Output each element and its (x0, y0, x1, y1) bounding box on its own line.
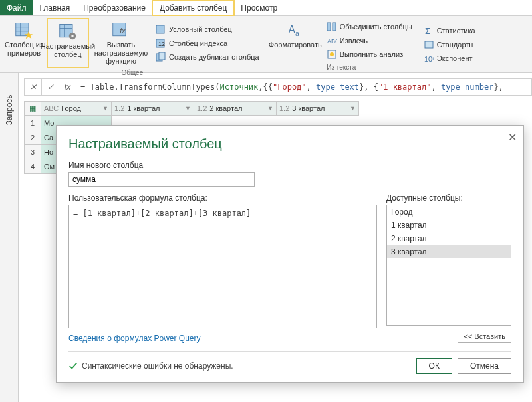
fx-icon[interactable]: fx (59, 79, 76, 95)
index-icon: 12 (156, 38, 166, 49)
row-number[interactable]: 3 (24, 145, 41, 159)
exponent-button[interactable]: 10ⁿЭкспонент (421, 52, 478, 65)
column-header-q3[interactable]: 1.23 квартал▼ (277, 101, 359, 116)
chevron-down-icon[interactable]: ▼ (102, 105, 108, 112)
formula-label: Пользовательская формула столбца: (68, 193, 377, 203)
chevron-down-icon[interactable]: ▼ (267, 105, 273, 112)
standard-icon (424, 39, 434, 50)
format-button[interactable]: Aa Форматировать (268, 18, 323, 63)
ok-button[interactable]: ОК (416, 358, 452, 374)
svg-text:fx: fx (120, 27, 126, 35)
chevron-down-icon[interactable]: ▼ (185, 105, 191, 112)
conditional-icon (156, 24, 166, 35)
list-item[interactable]: 1 квартал (387, 219, 511, 232)
svg-text:10ⁿ: 10ⁿ (424, 55, 434, 63)
list-item[interactable]: 2 квартал (387, 232, 511, 245)
formula-bar: ✕ ✓ fx = Table.TransformColumnTypes(Исто… (24, 78, 532, 96)
statistics-button[interactable]: ΣСтатистика (421, 24, 478, 37)
cancel-button[interactable]: Отмена (458, 358, 511, 374)
svg-text:ABC: ABC (327, 38, 337, 45)
svg-text:12: 12 (158, 41, 165, 47)
row-number[interactable]: 4 (24, 159, 41, 174)
formula-cancel-icon[interactable]: ✕ (25, 79, 42, 95)
svg-point-23 (330, 52, 334, 56)
extract-icon: ABC (327, 35, 337, 46)
column-from-examples-button[interactable]: Столбец из примеров (3, 18, 45, 68)
group-general-label: Общее (121, 68, 143, 76)
merge-columns-button[interactable]: Объединить столбцы (324, 20, 415, 33)
row-number[interactable]: 2 (24, 130, 41, 145)
table-fx-icon: fx (112, 21, 130, 39)
column-name-input[interactable] (68, 172, 255, 187)
invoke-custom-function-button[interactable]: fx Вызвать настраиваемую функцию (90, 18, 152, 68)
standard-button[interactable]: Стандартн (421, 38, 478, 51)
check-icon (68, 361, 78, 371)
svg-point-9 (71, 35, 74, 37)
tab-transform[interactable]: Преобразование (76, 0, 152, 15)
custom-column-dialog: ✕ Настраиваемый столбец Имя нового столб… (56, 125, 524, 383)
formula-text[interactable]: = Table.TransformColumnTypes(Источник,{{… (76, 82, 531, 92)
available-columns-list: Город 1 квартал 2 квартал 3 квартал (386, 205, 511, 326)
button-label: Настраиваемый столбец (41, 42, 96, 58)
learn-more-link[interactable]: Сведения о формулах Power Query (68, 334, 377, 343)
sigma-icon: Σ (424, 25, 434, 36)
analyze-button[interactable]: Выполнить анализ (324, 48, 415, 61)
format-icon: Aa (286, 21, 305, 39)
exponent-icon: 10ⁿ (424, 53, 434, 64)
index-column-button[interactable]: 12Столбец индекса (153, 37, 262, 50)
column-header-q2[interactable]: 1.22 квартал▼ (194, 101, 277, 116)
dialog-title: Настраиваемый столбец (68, 136, 511, 151)
tab-add-column[interactable]: Добавить столбец (152, 0, 234, 15)
chevron-down-icon[interactable]: ▼ (350, 105, 356, 112)
svg-text:Σ: Σ (425, 26, 430, 36)
row-number[interactable]: 1 (24, 116, 41, 130)
conditional-column-button[interactable]: Условный столбец (153, 23, 262, 36)
tab-file[interactable]: Файл (0, 0, 33, 15)
table-gear-icon (59, 22, 77, 41)
table-star-icon (15, 21, 33, 39)
extract-button[interactable]: ABCИзвлечь (324, 34, 415, 47)
formula-accept-icon[interactable]: ✓ (42, 79, 59, 95)
tab-home[interactable]: Главная (33, 0, 77, 15)
merge-icon (327, 21, 337, 32)
button-label: Вызвать настраиваемую функцию (92, 41, 150, 66)
tab-view[interactable]: Просмотр (234, 0, 284, 15)
svg-text:A: A (288, 24, 295, 35)
button-label: Форматировать (269, 41, 322, 49)
analyze-icon (327, 49, 337, 60)
list-item[interactable]: Город (387, 205, 511, 219)
svg-text:a: a (295, 29, 299, 37)
svg-rect-20 (332, 23, 336, 31)
svg-rect-0 (16, 23, 29, 36)
svg-rect-12 (156, 25, 164, 33)
custom-column-button[interactable]: Настраиваемый столбец (47, 18, 89, 68)
column-header-city[interactable]: AВСГород▼ (41, 101, 112, 116)
button-label: Столбец из примеров (4, 41, 44, 57)
close-icon[interactable]: ✕ (508, 131, 517, 144)
svg-rect-19 (327, 23, 331, 31)
duplicate-icon (156, 52, 166, 62)
group-fromtext-label: Из текста (327, 63, 356, 71)
ribbon: Столбец из примеров Настраиваемый столбе… (0, 16, 532, 73)
queries-panel[interactable]: Запросы (0, 73, 19, 402)
svg-rect-25 (425, 41, 433, 48)
available-columns-label: Доступные столбцы: (386, 193, 511, 203)
column-header-q1[interactable]: 1.21 квартал▼ (112, 101, 194, 116)
insert-button[interactable]: << Вставить (458, 330, 511, 343)
name-label: Имя нового столбца (68, 161, 511, 170)
grid-corner[interactable]: ▦ (24, 101, 41, 116)
queries-label: Запросы (5, 93, 14, 125)
formula-input[interactable]: = [1 квартал]+[2 квартал]+[3 квартал] (68, 205, 377, 328)
status-ok: Синтаксические ошибки не обнаружены. (68, 361, 233, 371)
svg-rect-16 (159, 52, 165, 60)
duplicate-column-button[interactable]: Создать дубликат столбца (153, 50, 262, 64)
list-item[interactable]: 3 квартал (387, 245, 511, 258)
